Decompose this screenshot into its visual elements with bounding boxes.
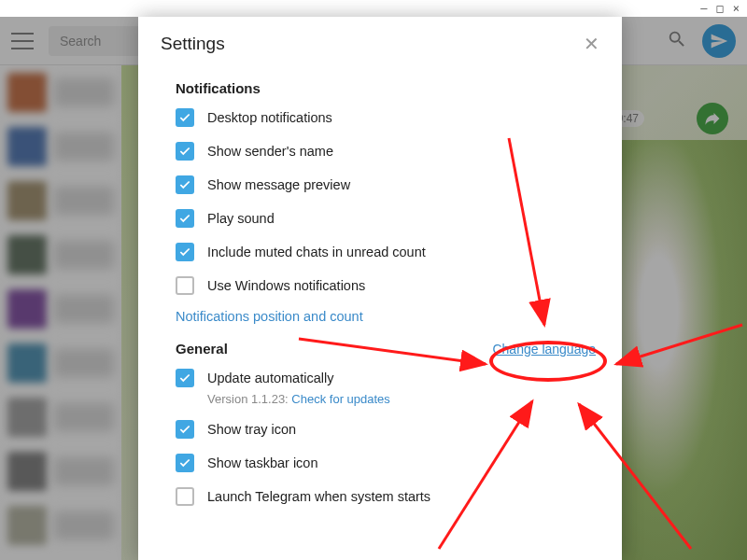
option-label: Play sound — [207, 208, 275, 229]
change-language-link[interactable]: Change language — [492, 342, 596, 357]
option-label: Use Windows notifications — [207, 275, 365, 296]
option-label: Show sender's name — [207, 141, 333, 161]
general-option[interactable]: Show tray icon — [176, 419, 622, 440]
checkbox-icon[interactable] — [176, 487, 194, 506]
close-window-button[interactable]: × — [733, 2, 740, 15]
option-label: Show taskbar icon — [207, 453, 317, 473]
checkbox-icon[interactable] — [176, 454, 194, 472]
option-label: Show tray icon — [207, 419, 296, 440]
option-label: Desktop notifications — [207, 107, 332, 128]
option-label: Include muted chats in unread count — [207, 242, 426, 262]
checkbox-icon[interactable] — [176, 142, 194, 161]
check-updates-link[interactable]: Check for updates — [291, 392, 390, 406]
maximize-button[interactable]: □ — [717, 2, 724, 15]
notification-option[interactable]: Show message preview — [176, 175, 622, 195]
window-controls: — □ × — [693, 0, 747, 17]
checkbox-icon[interactable] — [176, 276, 194, 295]
general-option[interactable]: Update automaticallyVersion 1.1.23: Chec… — [176, 368, 622, 406]
version-label: Version 1.1.23: Check for updates — [207, 392, 390, 406]
general-option[interactable]: Launch Telegram when system starts — [176, 486, 622, 507]
checkbox-icon[interactable] — [176, 175, 194, 194]
minimize-button[interactable]: — — [700, 2, 707, 15]
checkbox-icon[interactable] — [176, 108, 194, 127]
checkbox-icon[interactable] — [176, 369, 194, 387]
notifications-section-header: Notifications — [176, 80, 622, 96]
modal-title: Settings — [161, 34, 225, 54]
checkbox-icon[interactable] — [176, 209, 194, 228]
notification-option[interactable]: Use Windows notifications — [176, 275, 622, 296]
checkbox-icon[interactable] — [176, 420, 194, 439]
option-label: Update automatically — [207, 368, 390, 388]
notification-option[interactable]: Show sender's name — [176, 141, 622, 161]
notifications-position-link[interactable]: Notifications position and count — [176, 309, 622, 324]
notification-option[interactable]: Play sound — [176, 208, 622, 229]
general-option[interactable]: Show taskbar icon — [176, 453, 622, 473]
option-label: Show message preview — [207, 175, 350, 195]
settings-modal: Settings ✕ Notifications Desktop notific… — [138, 17, 622, 560]
option-label: Launch Telegram when system starts — [207, 486, 430, 507]
general-section-header: General Change language — [176, 341, 622, 357]
notification-option[interactable]: Desktop notifications — [176, 107, 622, 128]
checkbox-icon[interactable] — [176, 243, 194, 261]
notification-option[interactable]: Include muted chats in unread count — [176, 242, 622, 262]
close-icon[interactable]: ✕ — [583, 35, 599, 52]
